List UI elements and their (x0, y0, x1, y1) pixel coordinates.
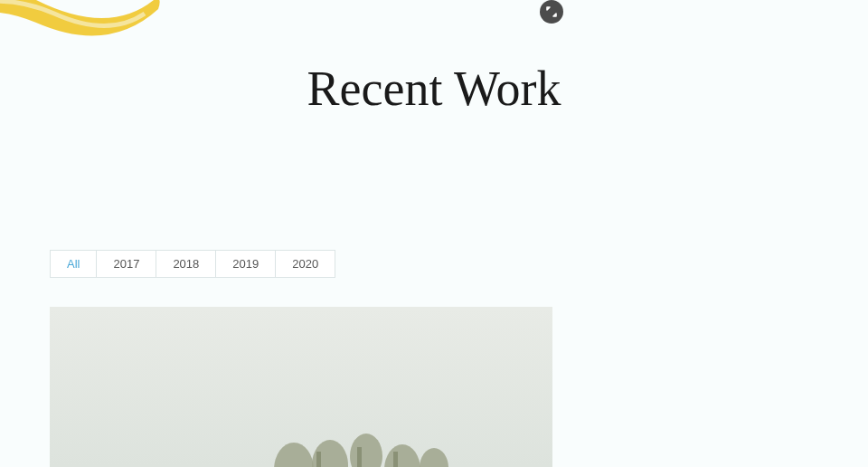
svg-rect-5 (316, 452, 321, 467)
portfolio-item-image[interactable] (50, 307, 552, 467)
filter-tab-2020[interactable]: 2020 (275, 250, 335, 278)
filter-tab-2019[interactable]: 2019 (215, 250, 276, 278)
brush-decoration (0, 0, 181, 81)
portfolio-filter-bar: All 2017 2018 2019 2020 (50, 250, 335, 278)
resize-icon (545, 5, 558, 18)
filter-tab-2018[interactable]: 2018 (156, 250, 216, 278)
page-title: Recent Work (307, 61, 561, 117)
svg-point-2 (350, 434, 382, 467)
svg-point-4 (420, 448, 448, 467)
filter-tab-2017[interactable]: 2017 (96, 250, 156, 278)
svg-rect-6 (357, 447, 362, 467)
svg-rect-7 (393, 452, 398, 467)
svg-point-3 (384, 444, 420, 467)
svg-point-0 (274, 443, 314, 467)
filter-tab-all[interactable]: All (50, 250, 97, 278)
resize-handle[interactable] (540, 0, 563, 24)
